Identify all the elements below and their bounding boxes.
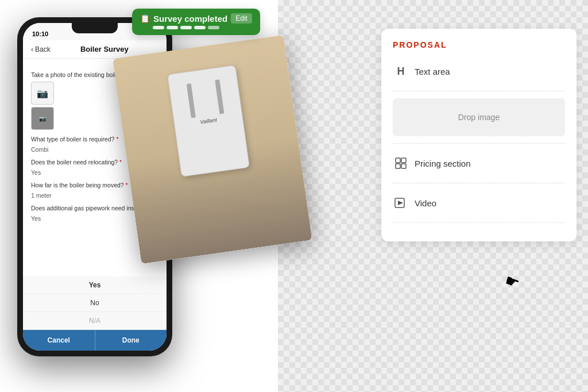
bottom-action-bar: Cancel Done xyxy=(23,330,167,351)
pricing-label: Pricing section xyxy=(415,159,471,168)
picker-option-yes[interactable]: Yes xyxy=(23,276,167,294)
dot-1 xyxy=(153,26,164,29)
cancel-button[interactable]: Cancel xyxy=(23,330,95,351)
status-time: 10:10 xyxy=(32,30,48,37)
progress-dots xyxy=(153,26,252,29)
picker-option-no[interactable]: No xyxy=(23,294,167,312)
proposal-item-text-area[interactable]: H Text area xyxy=(393,59,565,84)
picker-area: Yes No N/A xyxy=(23,276,167,330)
pricing-icon xyxy=(393,155,409,171)
boiler-brand-label: Vaillant xyxy=(200,117,217,125)
proposal-item-pricing[interactable]: Pricing section xyxy=(393,151,565,176)
svg-rect-2 xyxy=(396,164,400,168)
proposal-item-video[interactable]: Video xyxy=(393,190,565,216)
dot-3 xyxy=(180,26,192,29)
video-icon xyxy=(393,195,409,211)
text-area-label: Text area xyxy=(415,67,450,76)
dot-2 xyxy=(167,26,178,29)
back-button[interactable]: ‹ Back xyxy=(31,45,51,53)
photo-thumbnail[interactable]: 📷 xyxy=(31,107,54,130)
phone-notch xyxy=(72,23,118,33)
boiler-unit: Vaillant xyxy=(167,65,250,177)
badge-title: Survey completed xyxy=(153,14,227,24)
chevron-left-icon: ‹ xyxy=(31,45,33,53)
edit-button[interactable]: Edit xyxy=(231,13,252,24)
text-area-icon: H xyxy=(393,63,409,79)
video-label: Video xyxy=(415,198,436,208)
svg-rect-1 xyxy=(401,158,406,163)
drop-image-label: Drop image xyxy=(458,113,500,122)
svg-rect-0 xyxy=(396,158,400,163)
back-label: Back xyxy=(35,45,51,53)
pipe-left xyxy=(187,83,196,118)
camera-icon: 📷 xyxy=(37,88,48,99)
picker-option-na[interactable]: N/A xyxy=(23,312,167,330)
dot-4 xyxy=(194,26,206,29)
proposal-card: PROPOSAL H Text area Drop image Pricing … xyxy=(381,29,577,241)
proposal-heading: PROPOSAL xyxy=(393,40,565,49)
survey-completed-badge: 📋 Survey completed Edit xyxy=(132,9,260,35)
done-button[interactable]: Done xyxy=(95,330,167,351)
boiler-photo: Vaillant xyxy=(113,35,312,264)
dot-5 xyxy=(208,26,219,29)
photo-placeholder-1[interactable]: 📷 xyxy=(31,82,54,105)
badge-top-row: 📋 Survey completed Edit xyxy=(140,13,252,24)
drop-image-box[interactable]: Drop image xyxy=(393,98,565,136)
divider-2 xyxy=(393,143,565,144)
svg-rect-3 xyxy=(401,164,406,168)
clipboard-icon: 📋 xyxy=(140,14,150,23)
divider-4 xyxy=(393,222,565,223)
svg-marker-5 xyxy=(398,201,403,205)
pipe-right xyxy=(215,79,224,114)
screen-title: Boiler Survey xyxy=(51,45,158,53)
divider-3 xyxy=(393,183,565,183)
divider-1 xyxy=(393,91,565,91)
